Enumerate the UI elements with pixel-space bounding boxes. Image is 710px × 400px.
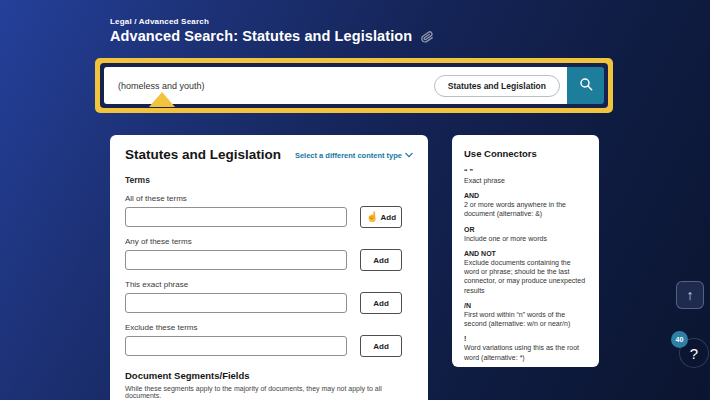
field-group-all-terms: All of these terms ☝ Add [125, 194, 413, 228]
tour-pointer-caret [149, 92, 175, 107]
help-notification-badge[interactable]: 40 [671, 331, 688, 348]
segments-heading: Document Segments/Fields [125, 370, 413, 381]
form-card-title: Statutes and Legislation [125, 147, 281, 162]
paperclip-icon[interactable] [420, 28, 435, 43]
add-all-terms-button[interactable]: ☝ Add [360, 206, 402, 228]
connector-item: /N First word within “n” words of the se… [464, 302, 587, 328]
connector-item: “ ” Exact phrase [464, 168, 587, 185]
question-mark-icon: ? [690, 345, 698, 362]
add-any-terms-button[interactable]: Add [360, 249, 402, 271]
search-input[interactable] [116, 80, 420, 92]
field-group-exact-phrase: This exact phrase Add [125, 280, 413, 314]
use-connectors-card: Use Connectors “ ” Exact phrase AND 2 or… [452, 135, 599, 367]
search-submit-button[interactable] [567, 67, 604, 104]
connector-item: ! Word variations using this as the root… [464, 335, 587, 361]
exact-phrase-input[interactable] [125, 293, 347, 313]
pointer-cursor-icon: ☝ [366, 212, 378, 222]
field-label: Any of these terms [125, 237, 413, 246]
connector-item: OR Include one or more words [464, 226, 587, 243]
any-terms-input[interactable] [125, 250, 347, 270]
chevron-down-icon [405, 151, 413, 160]
segments-note: While these segments apply to the majori… [125, 385, 413, 399]
add-exclude-terms-button[interactable]: Add [360, 335, 402, 357]
search-icon [578, 76, 594, 95]
connector-item: AND NOT Exclude documents containing the… [464, 250, 587, 295]
field-label: Exclude these terms [125, 323, 413, 332]
field-label: This exact phrase [125, 280, 413, 289]
select-content-type-link[interactable]: Select a different content type [295, 151, 413, 160]
connectors-list: “ ” Exact phrase AND 2 or more words any… [464, 168, 587, 362]
add-exact-phrase-button[interactable]: Add [360, 292, 402, 314]
title-row: Advanced Search: Statutes and Legislatio… [110, 28, 434, 44]
connectors-heading: Use Connectors [464, 148, 587, 159]
advanced-search-page: Legal / Advanced Search Advanced Search:… [0, 0, 710, 400]
arrow-up-icon: ↑ [687, 287, 694, 303]
search-bar: Statutes and Legislation [100, 63, 608, 108]
statutes-form-card: Statutes and Legislation Select a differ… [110, 135, 428, 400]
field-label: All of these terms [125, 194, 413, 203]
exclude-terms-input[interactable] [125, 336, 347, 356]
field-group-exclude-terms: Exclude these terms Add [125, 323, 413, 357]
connector-item: AND 2 or more words anywhere in the docu… [464, 192, 587, 218]
terms-heading: Terms [125, 175, 413, 185]
page-title: Advanced Search: Statutes and Legislatio… [110, 28, 412, 44]
breadcrumb[interactable]: Legal / Advanced Search [110, 17, 209, 26]
field-group-any-terms: Any of these terms Add [125, 237, 413, 271]
search-scope-button[interactable]: Statutes and Legislation [434, 75, 560, 97]
back-to-top-button[interactable]: ↑ [676, 281, 704, 309]
all-terms-input[interactable] [125, 207, 347, 227]
